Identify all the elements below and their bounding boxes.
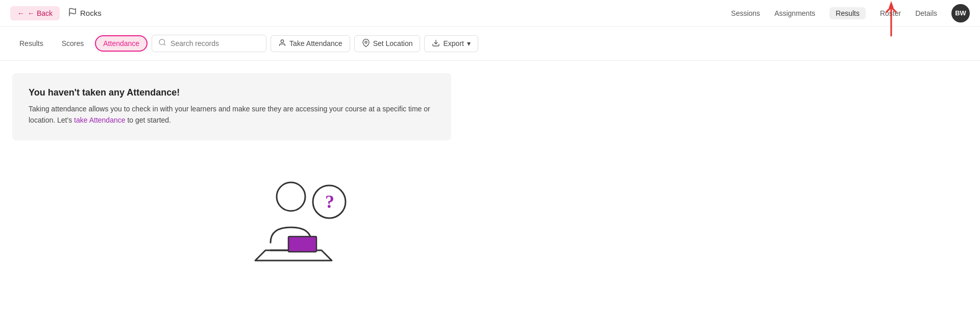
nav-results[interactable]: Results: [829, 7, 866, 19]
svg-point-4: [281, 40, 283, 42]
back-label: ← Back: [28, 9, 53, 17]
tab-attendance[interactable]: Attendance: [95, 35, 148, 52]
nav-left: ← ← Back Rocks: [10, 6, 102, 20]
svg-rect-9: [288, 237, 316, 252]
back-arrow-icon: ←: [17, 9, 24, 17]
svg-point-7: [277, 182, 305, 211]
export-button[interactable]: Export ▾: [424, 35, 478, 52]
toolbar: Results Scores Attendance Take Attendanc…: [0, 27, 980, 61]
nav-sessions[interactable]: Sessions: [731, 9, 760, 17]
flag-icon: [68, 8, 77, 18]
take-attendance-label: Take Attendance: [289, 39, 342, 48]
main-content: You haven't taken any Attendance! Taking…: [0, 61, 612, 286]
export-icon: [432, 39, 440, 49]
empty-state-description: Taking attendance allows you to check in…: [29, 103, 435, 126]
empty-state-card: You haven't taken any Attendance! Taking…: [12, 73, 451, 140]
svg-line-3: [164, 44, 165, 45]
svg-text:?: ?: [325, 192, 334, 212]
back-button[interactable]: ← ← Back: [10, 6, 60, 20]
svg-point-5: [365, 41, 367, 43]
svg-point-2: [159, 39, 165, 45]
rocks-text: Rocks: [80, 9, 102, 17]
svg-marker-1: [889, 1, 894, 8]
chevron-down-icon: ▾: [467, 39, 471, 48]
location-icon: [362, 39, 370, 49]
export-label: Export: [443, 39, 463, 48]
avatar[interactable]: BW: [951, 4, 970, 22]
top-nav: ← ← Back Rocks Sessions Assignments Resu…: [0, 0, 980, 27]
empty-state-title: You haven't taken any Attendance!: [29, 87, 435, 98]
set-location-label: Set Location: [373, 39, 413, 48]
set-location-button[interactable]: Set Location: [354, 35, 421, 52]
tab-scores[interactable]: Scores: [55, 36, 91, 51]
tab-results[interactable]: Results: [12, 36, 51, 51]
nav-assignments[interactable]: Assignments: [774, 9, 815, 17]
search-box: [152, 35, 266, 52]
person-check-icon: [278, 39, 286, 49]
search-input[interactable]: [170, 39, 260, 48]
nav-right: Sessions Assignments Results Roster Deta…: [731, 4, 970, 22]
search-icon: [158, 38, 166, 49]
take-attendance-button[interactable]: Take Attendance: [271, 35, 350, 52]
rocks-label: Rocks: [68, 8, 102, 18]
take-attendance-link[interactable]: take Attendance: [74, 116, 125, 124]
nav-roster[interactable]: Roster: [880, 9, 901, 17]
illustration-container: ?: [12, 161, 600, 273]
nav-details[interactable]: Details: [915, 9, 937, 17]
attendance-illustration: ?: [250, 161, 362, 273]
